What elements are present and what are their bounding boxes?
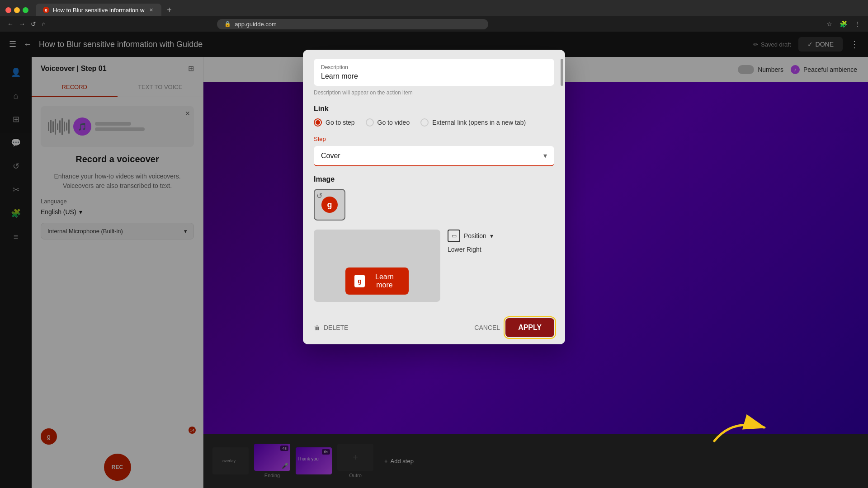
radio-label-go-to-video: Go to video	[377, 119, 410, 126]
radio-go-to-video[interactable]: Go to video	[366, 118, 410, 127]
image-section: Image ↺ g	[303, 175, 565, 230]
extensions-icon[interactable]: 🧩	[840, 20, 847, 28]
bookmark-icon[interactable]: ☆	[826, 20, 832, 28]
radio-circle-go-to-step	[314, 118, 322, 127]
image-title: Image	[314, 175, 554, 183]
delete-label: DELETE	[324, 324, 348, 331]
dialog-footer: 🗑 DELETE CANCEL APPLY	[303, 311, 565, 344]
preview-action-button[interactable]: g Learn more	[345, 267, 409, 295]
radio-circle-external-link	[420, 118, 429, 127]
preview-g-logo: g	[354, 275, 365, 287]
radio-go-to-step[interactable]: Go to step	[314, 118, 355, 127]
step-select-section: Step Cover ▾	[303, 136, 565, 175]
url-input-box[interactable]: 🔒 app.guidde.com	[217, 19, 488, 29]
radio-circle-go-to-video	[366, 118, 374, 127]
description-field: Description Learn more	[314, 59, 554, 86]
footer-actions: CANCEL APPLY	[474, 318, 554, 337]
traffic-light-fullscreen[interactable]	[23, 7, 28, 13]
position-dropdown-arrow: ▾	[490, 232, 493, 239]
trash-icon: 🗑	[314, 324, 320, 331]
back-nav-btn[interactable]: ←	[7, 20, 14, 28]
position-label: ▭ Position ▾	[448, 230, 493, 242]
url-text: app.guidde.com	[235, 21, 277, 28]
traffic-light-close[interactable]	[5, 7, 11, 13]
radio-external-link[interactable]: External link (opens in a new tab)	[420, 118, 526, 127]
radio-dot-go-to-step	[316, 120, 320, 125]
preview-btn-label: Learn more	[369, 273, 400, 289]
step-dropdown[interactable]: Cover ▾	[314, 146, 554, 166]
browser-chrome: g How to Blur sensitive information w ✕ …	[0, 0, 868, 32]
browser-menu-icon[interactable]: ⋮	[854, 20, 861, 28]
step-value: Cover	[321, 152, 340, 160]
dialog-scroll-track[interactable]	[561, 50, 563, 344]
link-radio-group: Go to step Go to video External link (op…	[314, 118, 554, 127]
position-icon[interactable]: ▭	[448, 230, 460, 242]
tab-favicon: g	[43, 7, 49, 13]
delete-button[interactable]: 🗑 DELETE	[314, 324, 348, 331]
active-tab[interactable]: g How to Blur sensitive information w ✕	[36, 4, 161, 16]
g-logo: g	[321, 197, 338, 213]
radio-label-go-to-step: Go to step	[326, 119, 355, 126]
action-dialog: Description Learn more Description will …	[303, 50, 565, 344]
dialog-scroll-thumb	[561, 59, 563, 86]
arrow-svg	[705, 405, 778, 450]
step-label: Step	[314, 136, 554, 142]
dialog-overlay: Description Learn more Description will …	[0, 32, 868, 488]
description-label: Description	[321, 64, 547, 70]
position-value: Lower Right	[448, 246, 481, 253]
description-hint: Description will appear on the action it…	[314, 89, 554, 96]
traffic-lights	[5, 7, 28, 13]
address-bar-actions: ☆ 🧩 ⋮	[826, 20, 861, 28]
position-section: ▭ Position ▾ Lower Right	[448, 230, 493, 302]
dialog-scrollable[interactable]: Description Learn more Description will …	[303, 50, 565, 311]
url-lock-icon: 🔒	[224, 21, 231, 27]
refresh-nav-btn[interactable]: ↺	[31, 20, 36, 28]
image-options: ↺ g	[314, 189, 554, 221]
description-section: Description Learn more Description will …	[303, 50, 565, 105]
step-dropdown-arrow: ▾	[543, 151, 547, 160]
apply-button[interactable]: APPLY	[505, 318, 554, 337]
link-title: Link	[314, 105, 554, 113]
new-tab-button[interactable]: +	[167, 5, 172, 15]
tab-bar: g How to Blur sensitive information w ✕ …	[0, 0, 868, 16]
tab-close-btn[interactable]: ✕	[148, 7, 154, 13]
description-value[interactable]: Learn more	[321, 72, 547, 80]
radio-label-external-link: External link (opens in a new tab)	[432, 119, 526, 126]
forward-nav-btn[interactable]: →	[19, 20, 25, 28]
address-bar: ← → ↺ ⌂ 🔒 app.guidde.com ☆ 🧩 ⋮	[0, 16, 868, 32]
position-dropdown[interactable]: Lower Right	[448, 246, 493, 253]
preview-container: g Learn more	[314, 230, 440, 302]
position-title: Position	[464, 232, 486, 239]
tab-title: How to Blur sensitive information w	[53, 7, 144, 14]
arrow-annotation	[705, 405, 778, 452]
preview-section: g Learn more ▭ Position ▾ Lower Right	[303, 230, 565, 311]
link-section: Link Go to step Go to video Exter	[303, 105, 565, 136]
image-option-refresh[interactable]: ↺ g	[314, 189, 345, 221]
image-refresh-icon: ↺	[316, 192, 322, 200]
home-nav-btn[interactable]: ⌂	[42, 20, 45, 28]
cancel-button[interactable]: CANCEL	[474, 324, 500, 331]
traffic-light-minimize[interactable]	[14, 7, 20, 13]
